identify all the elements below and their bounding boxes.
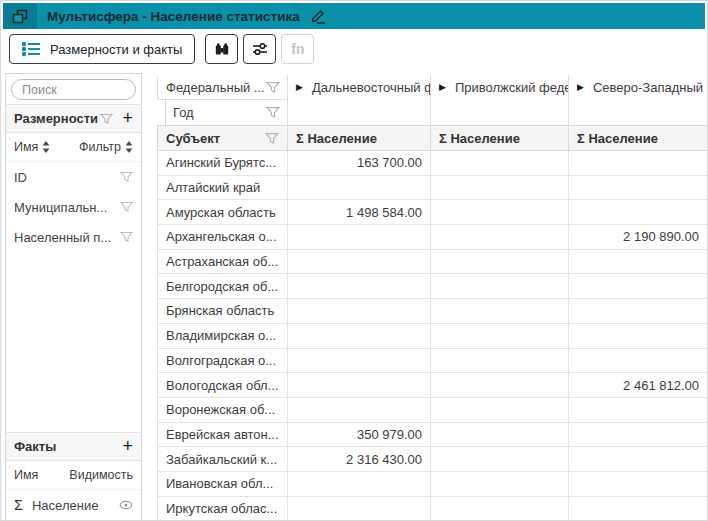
value-cell[interactable] [568, 274, 707, 299]
dimensions-filter-icon[interactable] [100, 113, 113, 125]
sort-icon[interactable] [125, 141, 133, 153]
row-subject-cell[interactable]: Амурская область [157, 200, 287, 225]
table-row[interactable]: Белгородская об... [157, 274, 707, 299]
value-cell[interactable] [287, 176, 430, 201]
value-cell[interactable] [430, 274, 568, 299]
value-cell[interactable]: 350 979.00 [287, 423, 430, 448]
value-cell[interactable] [287, 250, 430, 275]
table-row[interactable]: Алтайский край [157, 176, 707, 201]
dimensions-facts-button[interactable]: Размерности и факты [9, 34, 195, 64]
value-cell[interactable] [568, 151, 707, 176]
edit-title-button[interactable] [309, 8, 326, 24]
value-cell[interactable] [568, 176, 707, 201]
value-cell[interactable] [568, 200, 707, 225]
value-cell[interactable] [430, 349, 568, 374]
table-row[interactable]: Архангельская о... 2 190 890.00 [157, 225, 707, 250]
value-cell[interactable] [568, 497, 707, 520]
row-subject-cell[interactable]: Вологодская обл... [157, 373, 287, 398]
column-group-header[interactable]: ▶ Приволжский феде [430, 75, 568, 125]
filter-icon[interactable] [120, 201, 133, 213]
value-cell[interactable] [430, 225, 568, 250]
value-cell[interactable] [430, 423, 568, 448]
measure-column-header[interactable]: Σ Население [430, 125, 568, 151]
value-cell[interactable] [430, 447, 568, 472]
filter-icon[interactable] [120, 231, 133, 243]
search-input[interactable] [11, 79, 136, 100]
row-subject-cell[interactable]: Астраханская об... [157, 250, 287, 275]
value-cell[interactable] [430, 176, 568, 201]
table-row[interactable]: Вологодская обл... 2 461 812.00 [157, 373, 707, 398]
value-cell[interactable] [568, 299, 707, 324]
dimension-item[interactable]: ID [6, 162, 141, 192]
value-cell[interactable] [568, 250, 707, 275]
expand-arrow-icon[interactable]: ▶ [439, 80, 446, 94]
value-cell[interactable] [568, 324, 707, 349]
row-subject-cell[interactable]: Архангельская о... [157, 225, 287, 250]
row-subject-cell[interactable]: Белгородская об... [157, 274, 287, 299]
value-cell[interactable] [568, 398, 707, 423]
value-cell[interactable] [430, 472, 568, 497]
row-subject-cell[interactable]: Иркутская облас... [157, 497, 287, 520]
table-row[interactable]: Иркутская облас... [157, 497, 707, 520]
row-subject-cell[interactable]: Брянская область [157, 299, 287, 324]
subject-column-header[interactable]: Субъект [157, 125, 287, 151]
table-row[interactable]: Брянская область [157, 299, 707, 324]
value-cell[interactable]: 2 316 430.00 [287, 447, 430, 472]
add-dimension-button[interactable]: + [122, 109, 133, 127]
nested-dimension-header[interactable]: Год [165, 100, 287, 125]
value-cell[interactable] [287, 349, 430, 374]
value-cell[interactable] [287, 274, 430, 299]
row-subject-cell[interactable]: Агинский Бурятс... [157, 151, 287, 176]
table-row[interactable]: Агинский Бурятс... 163 700.00 [157, 151, 707, 176]
table-row[interactable]: Астраханская об... [157, 250, 707, 275]
value-cell[interactable] [430, 299, 568, 324]
table-row[interactable]: Забайкальский к... 2 316 430.00 [157, 447, 707, 472]
window-restore-button[interactable] [3, 3, 37, 29]
settings-sliders-button[interactable] [243, 34, 276, 64]
row-subject-cell[interactable]: Волгоградская о... [157, 349, 287, 374]
value-cell[interactable] [430, 200, 568, 225]
column-group-header[interactable]: ▶ Дальневосточный ф [287, 75, 430, 125]
value-cell[interactable]: 1 498 584.00 [287, 200, 430, 225]
value-cell[interactable] [430, 398, 568, 423]
value-cell[interactable] [430, 373, 568, 398]
value-cell[interactable]: 2 461 812.00 [568, 373, 707, 398]
fn-button[interactable]: fn [281, 34, 314, 64]
value-cell[interactable] [430, 250, 568, 275]
value-cell[interactable] [568, 349, 707, 374]
table-row[interactable]: Владимирская о... [157, 324, 707, 349]
value-cell[interactable]: 163 700.00 [287, 151, 430, 176]
value-cell[interactable] [287, 398, 430, 423]
fact-item[interactable]: Σ Население [6, 490, 141, 520]
add-fact-button[interactable]: + [122, 437, 133, 455]
filter-icon[interactable] [265, 132, 279, 145]
dimension-item[interactable]: Населенный п... [6, 222, 141, 252]
row-subject-cell[interactable]: Ивановская обл... [157, 472, 287, 497]
row-subject-cell[interactable]: Владимирская о... [157, 324, 287, 349]
eye-visibility-icon[interactable] [119, 500, 133, 510]
value-cell[interactable] [430, 497, 568, 520]
table-row[interactable]: Волгоградская о... [157, 349, 707, 374]
column-group-header[interactable]: ▶ Северо-Западный ф [568, 75, 707, 125]
row-subject-cell[interactable]: Забайкальский к... [157, 447, 287, 472]
table-row[interactable]: Амурская область 1 498 584.00 [157, 200, 707, 225]
value-cell[interactable] [430, 324, 568, 349]
row-subject-cell[interactable]: Еврейская автон... [157, 423, 287, 448]
expand-arrow-icon[interactable]: ▶ [577, 80, 584, 94]
measure-column-header[interactable]: Σ Население [568, 125, 707, 151]
row-subject-cell[interactable]: Воронежская об... [157, 398, 287, 423]
value-cell[interactable] [287, 225, 430, 250]
filter-icon[interactable] [266, 81, 280, 94]
value-cell[interactable] [287, 324, 430, 349]
value-cell[interactable]: 2 190 890.00 [568, 225, 707, 250]
search-data-button[interactable] [205, 34, 238, 64]
expand-arrow-icon[interactable]: ▶ [296, 80, 303, 94]
value-cell[interactable] [287, 472, 430, 497]
table-row[interactable]: Воронежская об... [157, 398, 707, 423]
value-cell[interactable] [568, 447, 707, 472]
measure-column-header[interactable]: Σ Население [287, 125, 430, 151]
value-cell[interactable] [568, 472, 707, 497]
filter-icon[interactable] [120, 171, 133, 183]
value-cell[interactable] [287, 299, 430, 324]
sort-icon[interactable] [42, 141, 50, 153]
